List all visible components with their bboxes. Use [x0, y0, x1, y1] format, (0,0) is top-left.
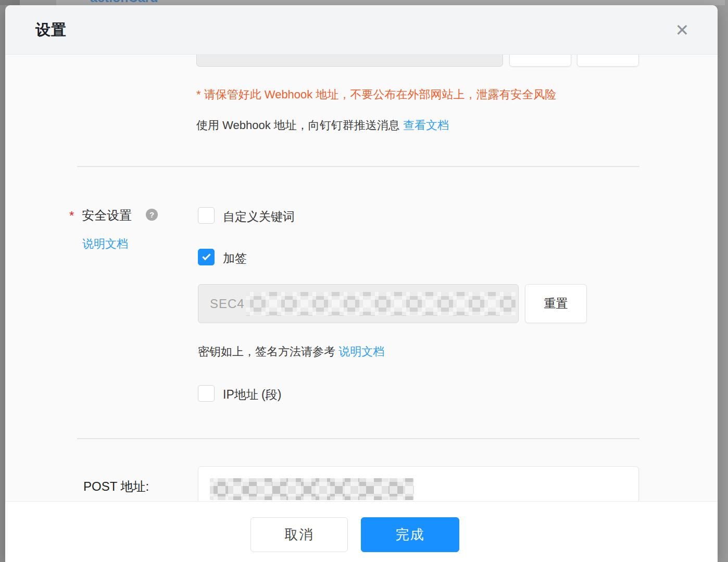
section-divider: [77, 438, 639, 439]
backdrop-page-topband: actionCard: [56, 0, 725, 5]
backdrop-page-edge: [0, 0, 5, 562]
webhook-url-input[interactable]: [196, 55, 503, 67]
sign-secret-input[interactable]: SEC4: [198, 284, 519, 323]
section-divider: [77, 166, 639, 167]
checkbox-ip-address-label[interactable]: IP地址 (段): [223, 387, 281, 403]
view-docs-link[interactable]: 查看文档: [403, 119, 449, 132]
close-button[interactable]: ✕: [671, 19, 694, 42]
dialog-header: 设置 ✕: [5, 5, 718, 55]
sign-secret-pixelated-mask: [246, 292, 516, 316]
reset-secret-button[interactable]: 重置: [525, 284, 587, 323]
webhook-warning-text: * 请保管好此 Webhook 地址，不要公布在外部网站上，泄露有安全风险: [196, 87, 556, 103]
backdrop-page-corner: [0, 0, 20, 5]
webhook-action-button-2[interactable]: [577, 55, 639, 67]
cancel-button[interactable]: 取消: [250, 517, 348, 552]
webhook-usage-text: 使用 Webhook 地址，向钉钉群推送消息: [196, 119, 403, 132]
webhook-usage-line: 使用 Webhook 地址，向钉钉群推送消息 查看文档: [196, 118, 449, 133]
sign-key-note-text: 密钥如上，签名方法请参考: [198, 345, 338, 358]
dialog-body: * 请保管好此 Webhook 地址，不要公布在外部网站上，泄露有安全风险 使用…: [5, 55, 718, 501]
dialog-footer: 取消 完成: [5, 501, 718, 562]
screen: actionCard 设置 ✕ * 请保管好此 Webhook 地址，不要公布在…: [0, 0, 728, 562]
confirm-button[interactable]: 完成: [361, 517, 459, 552]
settings-dialog: 设置 ✕ * 请保管好此 Webhook 地址，不要公布在外部网站上，泄露有安全…: [5, 5, 718, 562]
security-docs-link[interactable]: 说明文档: [82, 236, 128, 252]
post-address-label: POST 地址:: [83, 478, 149, 495]
check-icon: [202, 252, 210, 260]
checkbox-ip-address[interactable]: [198, 385, 215, 402]
sign-secret-visible-prefix: SEC4: [210, 297, 245, 311]
dialog-title: 设置: [35, 20, 67, 41]
security-settings-label: 安全设置: [82, 207, 132, 224]
post-address-pixelated-mask: [210, 478, 414, 500]
checkbox-custom-keyword-label[interactable]: 自定义关键词: [223, 209, 295, 225]
sign-key-note: 密钥如上，签名方法请参考 说明文档: [198, 344, 384, 360]
help-glyph: ?: [149, 210, 154, 219]
checkbox-sign[interactable]: [198, 249, 215, 265]
checkbox-custom-keyword[interactable]: [198, 207, 215, 224]
help-icon[interactable]: ?: [146, 209, 158, 221]
webhook-action-button-1[interactable]: [509, 55, 571, 67]
required-asterisk: *: [69, 209, 74, 223]
background-tab-actioncard: actionCard: [90, 0, 158, 4]
close-icon: ✕: [675, 22, 689, 39]
sign-docs-link[interactable]: 说明文档: [338, 345, 384, 358]
post-address-input[interactable]: [198, 466, 639, 501]
checkbox-sign-label[interactable]: 加签: [223, 250, 247, 266]
